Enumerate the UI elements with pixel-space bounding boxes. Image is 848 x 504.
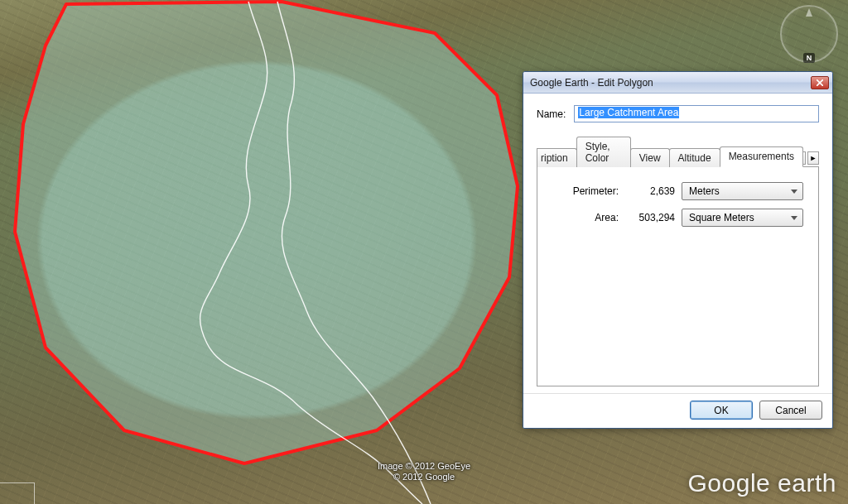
close-button[interactable] (811, 76, 829, 89)
chevron-down-icon (791, 190, 797, 194)
attribution-line: © 2012 Google (378, 472, 470, 483)
area-value: 503,294 (625, 212, 675, 223)
dialog-body: Name: Large Catchment Area ription Style… (523, 94, 832, 393)
area-label: Area: (552, 212, 619, 223)
tab-view[interactable]: View (630, 148, 670, 167)
area-row: Area: 503,294 Square Meters (552, 209, 803, 227)
tab-altitude[interactable]: Altitude (669, 148, 720, 167)
measurements-panel: Perimeter: 2,639 Meters Area: 503,294 Sq… (537, 167, 819, 386)
compass-north-label: N (803, 53, 816, 63)
perimeter-row: Perimeter: 2,639 Meters (552, 182, 803, 200)
cancel-button[interactable]: Cancel (759, 401, 822, 420)
edit-polygon-dialog: Google Earth - Edit Polygon Name: Large … (523, 71, 833, 429)
name-row: Name: Large Catchment Area (537, 105, 819, 122)
attribution-line: Image © 2012 GeoEye (378, 461, 470, 473)
area-unit-value: Square Meters (689, 212, 754, 223)
watermark-product: earth (770, 469, 836, 497)
close-icon (817, 79, 823, 86)
perimeter-unit-select[interactable]: Meters (682, 182, 803, 200)
dialog-titlebar[interactable]: Google Earth - Edit Polygon (523, 72, 832, 94)
chevron-down-icon (791, 216, 797, 220)
dialog-title: Google Earth - Edit Polygon (530, 77, 811, 89)
compass-widget[interactable]: N (780, 5, 838, 63)
name-input[interactable]: Large Catchment Area (574, 105, 819, 122)
perimeter-label: Perimeter: (552, 185, 619, 197)
perimeter-value: 2,639 (625, 185, 675, 197)
perimeter-unit-value: Meters (689, 185, 720, 197)
tab-scroll-right[interactable]: ► (807, 151, 819, 165)
ok-button[interactable]: OK (690, 401, 753, 420)
tab-strip: ription Style, Color View Altitude Measu… (537, 136, 819, 167)
imagery-attribution: Image © 2012 GeoEye © 2012 Google (378, 461, 470, 484)
name-label: Name: (537, 108, 566, 120)
watermark-brand: Google (688, 469, 771, 497)
area-unit-select[interactable]: Square Meters (682, 209, 803, 227)
dialog-button-bar: OK Cancel (523, 393, 832, 428)
name-input-value: Large Catchment Area (578, 107, 679, 118)
scale-corner (0, 482, 35, 504)
google-earth-watermark: Google earth (688, 469, 836, 497)
tab-style-color[interactable]: Style, Color (576, 137, 631, 167)
tab-description[interactable]: ription (537, 148, 577, 167)
tab-measurements[interactable]: Measurements (720, 146, 803, 167)
